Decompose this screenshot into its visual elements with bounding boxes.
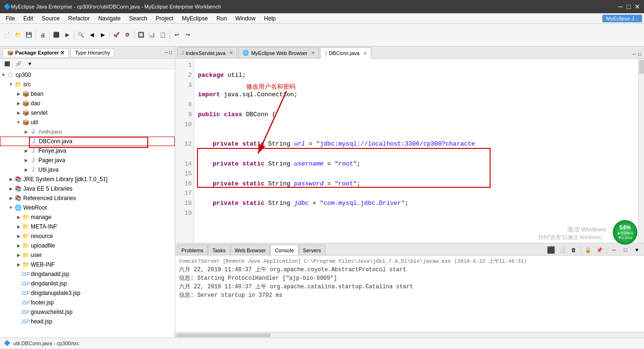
toolbar-other2[interactable]: 📋	[158, 30, 168, 40]
toolbar-search[interactable]: 🔍	[76, 30, 86, 40]
scrollbar-thumb[interactable]	[639, 60, 644, 74]
tree-item-uploadfile[interactable]: ▶ 📁 uploadfile	[0, 241, 175, 250]
bottom-minimize[interactable]: ─	[609, 245, 619, 255]
console-disconnect-btn[interactable]: ⬜	[557, 245, 567, 255]
console-pin-btn[interactable]: 📌	[594, 245, 605, 255]
tree-item-jre[interactable]: ▶ 📚 JRE System Library [jdk1.7.0_51]	[0, 174, 175, 184]
menu-myeclipse[interactable]: MyEclipse	[178, 13, 212, 24]
tree-icon-fenye: J	[29, 147, 37, 155]
toolbar-server[interactable]: ⚙	[122, 30, 133, 40]
tab-problems[interactable]: Problems	[177, 245, 207, 255]
toolbar-debug[interactable]: ⬛	[51, 30, 62, 40]
tree-item-dingdanadd[interactable]: ▶ JSP dingdanadd.jsp	[0, 269, 175, 279]
tree-item-resource[interactable]: ▶ 📁 resource	[0, 231, 175, 241]
tree-item-reflibs[interactable]: ▶ 📚 Referenced Libraries	[0, 193, 175, 203]
tree-item-head[interactable]: ▶ JSP head.jsp	[0, 317, 175, 326]
panel-minimize-icon[interactable]: ─	[165, 50, 168, 55]
tab-indexservlet[interactable]: J IndexServlet.java ✕	[177, 47, 237, 58]
tab-dbconn[interactable]: J DBConn.java ✕	[320, 47, 371, 59]
tab-tasks[interactable]: Tasks	[208, 245, 230, 255]
tab-console[interactable]: Console	[270, 245, 298, 255]
tree-item-dingdanlist[interactable]: ▶ JSP dingdanlist.jsp	[0, 279, 175, 288]
editor-panel-minimize[interactable]: ─	[632, 51, 636, 58]
status-text: util.DBConn.java - cp300/src	[13, 340, 79, 346]
tree-item-util[interactable]: ▼ 📦 util	[0, 118, 175, 127]
toolbar-print[interactable]: 🖨	[37, 30, 48, 40]
console-scroll-lock[interactable]: 🔒	[583, 245, 593, 255]
tree-item-arith[interactable]: ▶ J Arith.java	[0, 127, 175, 137]
title-bar: 🔷 MyEclipse Java Enterprise - cp300/src/…	[0, 0, 644, 13]
tab-indexservlet-close[interactable]: ✕	[229, 50, 233, 55]
toolbar-new[interactable]: 📄	[2, 30, 12, 40]
tree-item-metainf[interactable]: ▶ 📁 META-INF	[0, 222, 175, 231]
bottom-viewmenu[interactable]: ▼	[632, 245, 642, 255]
tree-item-dingdanupdate[interactable]: ▶ JSP dingdanupdate3.jsp	[0, 288, 175, 298]
maximize-button[interactable]: □	[627, 3, 631, 10]
toolbar-undo[interactable]: ↩	[171, 30, 182, 40]
tree-label-arith: Arith.java	[38, 129, 62, 135]
toolbar-save[interactable]: 💾	[24, 30, 34, 40]
menu-help[interactable]: Help	[260, 13, 280, 24]
toolbar-run[interactable]: ▶	[62, 30, 72, 40]
win-activate-notice: 激活 Windows 转到"设置"以激活 Windows。	[538, 225, 607, 241]
tab-package-explorer[interactable]: 📦 Package Explorer ✕	[3, 48, 69, 57]
tab-servers[interactable]: Servers	[299, 245, 325, 255]
tree-arrow-dao: ▶	[15, 100, 22, 107]
tree-item-webroot[interactable]: ▼ 🌐 WebRoot	[0, 203, 175, 212]
tree-item-dao[interactable]: ▶ 📦 dao	[0, 99, 175, 108]
console-clear-btn[interactable]: 🗑	[568, 245, 579, 255]
toolbar-other1[interactable]: 📊	[147, 30, 157, 40]
tree-label-javaee: Java EE 5 Libraries	[23, 185, 72, 192]
toolbar-back[interactable]: ◀	[87, 30, 97, 40]
tree-item-footer[interactable]: ▶ JSP footer.jsp	[0, 298, 175, 307]
tree-item-javaee[interactable]: ▶ 📚 Java EE 5 Libraries	[0, 184, 175, 193]
menu-window[interactable]: Window	[232, 13, 259, 24]
panel-maximize-icon[interactable]: □	[169, 50, 172, 55]
console-stop-btn[interactable]: ⬛	[546, 245, 556, 255]
toolbar-perspective[interactable]: 🔲	[136, 30, 146, 40]
bottom-maximize[interactable]: □	[620, 245, 631, 255]
tree-item-src[interactable]: ▼ 📁 src	[0, 80, 175, 89]
tree-item-gouwuchelist[interactable]: ▶ JSP gouwuchelist.jsp	[0, 307, 175, 317]
tree-item-bean[interactable]: ▶ 📦 bean	[0, 89, 175, 99]
menu-refactor[interactable]: Refactor	[64, 13, 93, 24]
tree-item-dbconn[interactable]: ▶ J DBConn.java	[0, 137, 175, 146]
console-hscrollbar-thumb[interactable]	[176, 333, 271, 337]
tree-label-servlet: servlet	[31, 110, 47, 116]
tab-dbconn-close[interactable]: ✕	[363, 51, 367, 56]
tree-item-manage[interactable]: ▶ 📁 manage	[0, 212, 175, 222]
code-content[interactable]: package util; import java.sql.Connection…	[194, 59, 644, 243]
console-hscrollbar[interactable]	[175, 332, 644, 338]
collapse-all-btn[interactable]: ⬛	[2, 59, 12, 69]
tab-web-browser[interactable]: Web Browser	[231, 245, 270, 255]
menu-search[interactable]: Search	[125, 13, 151, 24]
editor-area[interactable]: 1 2 3 8 9 10 12 14 15 16 17 18 19	[175, 59, 644, 243]
link-with-editor-btn[interactable]: 🔗	[13, 59, 24, 69]
menu-run[interactable]: Run	[213, 13, 231, 24]
editor-scrollbar[interactable]	[638, 59, 644, 243]
view-menu-btn[interactable]: ▼	[25, 59, 35, 69]
tab-browser[interactable]: 🌐 MyEclipse Web Browser ✕	[238, 47, 319, 58]
minimize-button[interactable]: ─	[618, 3, 623, 10]
toolbar-fwd[interactable]: ▶	[98, 30, 108, 40]
tree-item-user[interactable]: ▶ 📁 user	[0, 250, 175, 260]
menu-project[interactable]: Project	[152, 13, 177, 24]
menu-file[interactable]: File	[2, 13, 18, 24]
tree-item-pager[interactable]: ▶ J Pager.java	[0, 156, 175, 165]
toolbar-redo[interactable]: ↪	[182, 30, 193, 40]
toolbar-deploy[interactable]: 🚀	[111, 30, 122, 40]
tree-item-webinf[interactable]: ▶ 📁 WEB-INF	[0, 260, 175, 269]
tab-browser-close[interactable]: ✕	[311, 50, 315, 55]
tab-type-hierarchy[interactable]: Type Hierarchy	[71, 48, 114, 56]
tree-item-fenye[interactable]: ▶ J Fenye.java	[0, 146, 175, 156]
menu-source[interactable]: Source	[38, 13, 63, 24]
menu-navigate[interactable]: Navigate	[94, 13, 124, 24]
editor-panel-maximize[interactable]: □	[637, 51, 642, 58]
tree-item-util-java[interactable]: ▶ J Util.java	[0, 165, 175, 174]
toolbar-open[interactable]: 📁	[13, 30, 23, 40]
tree-item-cp300[interactable]: ▼ ⬡ cp300	[0, 70, 175, 80]
close-button[interactable]: ✕	[635, 3, 640, 10]
tree-icon-arith: J	[29, 128, 37, 136]
menu-edit[interactable]: Edit	[19, 13, 37, 24]
tree-item-servlet[interactable]: ▶ 📦 servlet	[0, 108, 175, 118]
